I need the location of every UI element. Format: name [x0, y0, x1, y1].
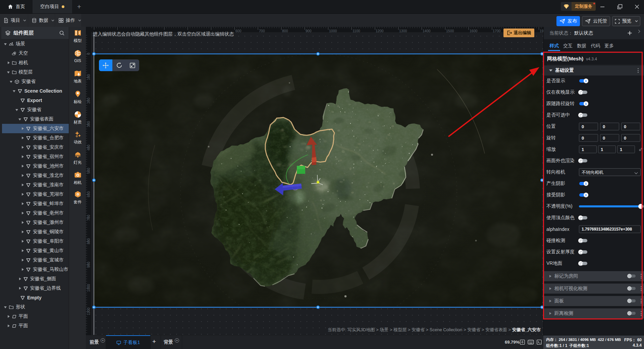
svg-text:900: 900 — [87, 262, 91, 268]
svg-text:500: 500 — [87, 168, 91, 174]
svg-text:当前选中: 写实风3D地图 > 场景 > 模型层 > 安徽省: 当前选中: 写实风3D地图 > 场景 > 模型层 > 安徽省 > Scene C… — [328, 327, 541, 332]
svg-text:1000: 1000 — [87, 284, 91, 292]
svg-text:1900: 1900 — [540, 29, 543, 33]
svg-text:0: 0 — [87, 53, 91, 55]
svg-text:1100: 1100 — [87, 308, 91, 315]
svg-text:400: 400 — [87, 145, 91, 151]
svg-text:600: 600 — [87, 191, 91, 197]
svg-text:800: 800 — [87, 238, 91, 244]
svg-text:200: 200 — [87, 98, 91, 104]
svg-text:900: 900 — [306, 29, 312, 33]
svg-text:1100: 1100 — [353, 29, 360, 33]
svg-text:1000: 1000 — [329, 29, 337, 33]
svg-text:1300: 1300 — [399, 29, 407, 33]
svg-text:1700: 1700 — [493, 29, 501, 33]
svg-text:1200: 1200 — [376, 29, 384, 33]
svg-text:1500: 1500 — [446, 29, 454, 33]
svg-text:300: 300 — [87, 121, 91, 127]
svg-text:1400: 1400 — [423, 29, 431, 33]
svg-text:100: 100 — [87, 74, 91, 80]
svg-text:700: 700 — [87, 215, 91, 221]
svg-text:1600: 1600 — [470, 29, 478, 33]
